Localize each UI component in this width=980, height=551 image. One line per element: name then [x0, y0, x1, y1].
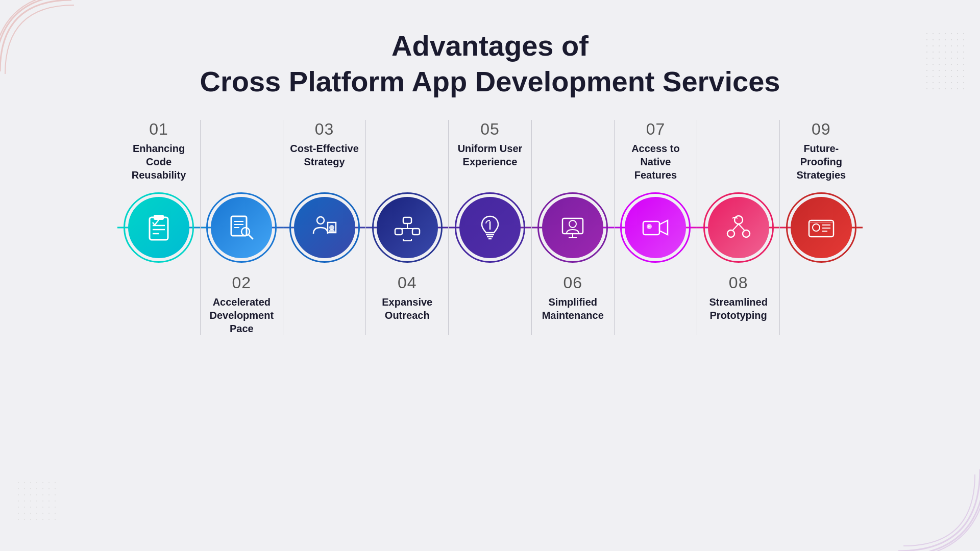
- label-06: SimplifiedMaintenance: [542, 295, 604, 322]
- icon-wrapper-08: [703, 192, 774, 263]
- icon-cell-09: [780, 192, 863, 263]
- svg-marker-31: [659, 220, 668, 235]
- svg-point-35: [727, 230, 734, 237]
- icon-cell-03: [283, 192, 365, 263]
- icon-wrapper-02: [206, 192, 277, 263]
- top-label-03: 03 Cost-EffectiveStrategy: [283, 120, 365, 182]
- label-07: Access to NativeFeatures: [619, 142, 692, 182]
- num-03: 03: [315, 120, 334, 139]
- label-09: Future-ProofingStrategies: [785, 142, 857, 182]
- svg-line-10: [249, 235, 253, 239]
- svg-point-11: [317, 217, 324, 224]
- icon-wrapper-04: [372, 192, 443, 263]
- bottom-label-08: 08 StreamlinedPrototyping: [697, 273, 780, 335]
- icon-wrapper-03: [289, 192, 360, 263]
- top-label-09: 09 Future-ProofingStrategies: [780, 120, 863, 182]
- brain-lightbulb-icon: [475, 212, 505, 243]
- deco-dots-bl: [15, 480, 56, 520]
- network-icon: [392, 212, 423, 243]
- icon-cell-05: [449, 192, 531, 263]
- icon-circle-07: [625, 197, 686, 258]
- video-camera-icon: [640, 212, 671, 243]
- icon-wrapper-07: [620, 192, 691, 263]
- header-line2: Cross Platform App Development Services: [0, 64, 980, 99]
- label-05: Uniform UserExperience: [458, 142, 523, 168]
- num-01: 01: [149, 120, 168, 139]
- svg-point-40: [813, 224, 820, 231]
- bottom-labels-row: 02 AcceleratedDevelopment Pace 04 Expans…: [117, 273, 863, 335]
- icon-circle-03: [294, 197, 355, 258]
- icon-cell-06: [531, 192, 614, 263]
- icon-circle-04: [377, 197, 438, 258]
- icon-cell-01: [117, 192, 200, 263]
- svg-point-27: [569, 220, 576, 228]
- puzzle-people-icon: [309, 212, 340, 243]
- svg-rect-13: [403, 217, 411, 223]
- header-line1: Advantages of: [0, 28, 980, 64]
- presentation-icon: [557, 212, 588, 243]
- icon-cell-08: [697, 192, 780, 263]
- id-card-icon: [806, 212, 837, 243]
- bottom-label-06: 06 SimplifiedMaintenance: [531, 273, 614, 335]
- num-08: 08: [729, 273, 748, 292]
- icon-wrapper-01: [123, 192, 194, 263]
- icon-wrapper-05: [454, 192, 526, 263]
- label-02: AcceleratedDevelopment Pace: [205, 295, 278, 335]
- svg-line-37: [732, 224, 739, 231]
- icon-cell-02: [200, 192, 283, 263]
- bottom-label-04: 04 ExpansiveOutreach: [366, 273, 449, 335]
- svg-line-38: [739, 224, 745, 231]
- clipboard-icon: [143, 212, 174, 243]
- svg-rect-15: [412, 229, 420, 235]
- num-09: 09: [812, 120, 831, 139]
- main-content: 01 Enhancing CodeReusability 03 Cost-Eff…: [0, 120, 980, 335]
- icon-cell-04: [366, 192, 449, 263]
- svg-rect-14: [395, 229, 402, 235]
- num-02: 02: [232, 273, 252, 292]
- svg-rect-1: [154, 215, 164, 220]
- num-06: 06: [563, 273, 582, 292]
- top-label-01: 01 Enhancing CodeReusability: [117, 120, 200, 182]
- num-07: 07: [646, 120, 666, 139]
- prototype-icon: [723, 212, 754, 243]
- top-labels-row: 01 Enhancing CodeReusability 03 Cost-Eff…: [117, 120, 863, 182]
- num-05: 05: [480, 120, 500, 139]
- label-08: StreamlinedPrototyping: [709, 295, 767, 322]
- label-04: ExpansiveOutreach: [382, 295, 432, 322]
- icon-circle-09: [791, 197, 852, 258]
- icon-wrapper-09: [786, 192, 857, 263]
- icon-circle-05: [459, 197, 521, 258]
- icon-circle-01: [128, 197, 189, 258]
- page-header: Advantages of Cross Platform App Develop…: [0, 0, 980, 115]
- top-label-07: 07 Access to NativeFeatures: [614, 120, 697, 182]
- svg-point-36: [743, 230, 750, 237]
- svg-rect-5: [231, 216, 247, 236]
- num-04: 04: [398, 273, 417, 292]
- icons-row: [117, 192, 863, 263]
- top-label-05: 05 Uniform UserExperience: [449, 120, 531, 182]
- timeline: 01 Enhancing CodeReusability 03 Cost-Eff…: [117, 120, 863, 335]
- icon-circle-08: [708, 197, 769, 258]
- icon-wrapper-06: [537, 192, 608, 263]
- icon-cell-07: [614, 192, 697, 263]
- label-03: Cost-EffectiveStrategy: [290, 142, 358, 168]
- label-01: Enhancing CodeReusability: [122, 142, 195, 182]
- document-search-icon: [226, 212, 257, 243]
- icon-circle-02: [211, 197, 272, 258]
- deco-br: [888, 459, 980, 551]
- icon-circle-06: [542, 197, 603, 258]
- bottom-label-02: 02 AcceleratedDevelopment Pace: [200, 273, 283, 335]
